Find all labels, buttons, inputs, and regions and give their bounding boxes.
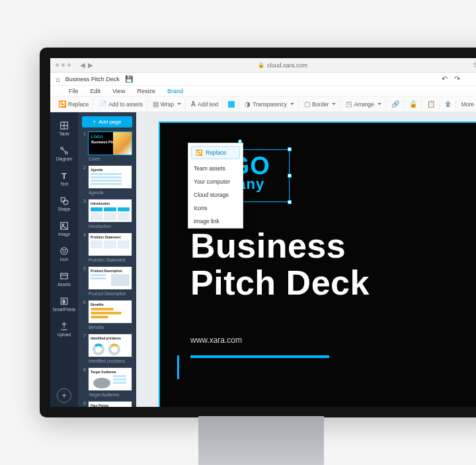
thumb-2[interactable]: Agenda (88, 165, 132, 189)
menubar: File Edit View Resize Brand (50, 86, 476, 96)
menu-view[interactable]: View (112, 88, 125, 94)
link-button[interactable]: 🔗 (387, 98, 404, 110)
add-to-assets-button[interactable]: 📄Add to assets (95, 98, 147, 110)
browser-url: cloud.xara.com (267, 62, 307, 69)
wrap-button[interactable]: ▤Wrap (149, 98, 186, 110)
accent-bar (177, 355, 179, 379)
svg-rect-13 (61, 273, 68, 278)
replace-opt-computer[interactable]: Your computer (188, 175, 243, 188)
replace-opt-link[interactable]: Image link (188, 215, 243, 228)
redo-icon[interactable]: ↷ (454, 75, 460, 83)
copy-button[interactable]: 📋 (423, 98, 440, 110)
rail-smartfields[interactable]: {}SmartFields (52, 292, 76, 316)
replace-popup-button[interactable]: 🔁 Replace (191, 146, 240, 159)
add-page-button[interactable]: +Add page (82, 116, 132, 127)
thumb-1[interactable]: LOGO Business Pitch Deck (88, 131, 132, 155)
replace-popup: 🔁 Replace Team assets Your computer Clou… (188, 143, 243, 229)
context-toolbar: 🔁Replace 📄Add to assets ▤Wrap AAdd text … (50, 96, 476, 112)
save-icon[interactable]: 💾 (125, 75, 133, 83)
rail-icon[interactable]: Icon (52, 242, 76, 266)
slide-url[interactable]: www.xara.com (190, 336, 242, 345)
home-icon[interactable]: ⌂ (56, 75, 60, 83)
undo-icon[interactable]: ↶ (442, 75, 448, 83)
menu-file[interactable]: File (69, 88, 79, 94)
delete-button[interactable]: 🗑 (441, 98, 456, 110)
canvas[interactable]: LOGO Company 🔁 Replace Team assets You (136, 112, 476, 407)
rail-diagram[interactable]: Diagram (52, 141, 76, 165)
replace-opt-cloud[interactable]: Cloud storage (188, 188, 243, 201)
rail-upload[interactable]: Upload (52, 317, 76, 341)
color-swatch[interactable] (224, 98, 239, 110)
thumb-4[interactable]: Problem Statement (88, 232, 132, 256)
accent-line (190, 355, 329, 358)
slide-title[interactable]: Business Pitch Deck (190, 227, 370, 301)
rail-assets[interactable]: Assets (52, 267, 76, 291)
slide[interactable]: LOGO Company 🔁 Replace Team assets You (159, 122, 476, 407)
menu-edit[interactable]: Edit (91, 88, 101, 94)
svg-point-7 (63, 199, 68, 204)
svg-point-12 (65, 249, 65, 250)
rail-shape[interactable]: Shape (52, 192, 76, 215)
replace-button[interactable]: 🔁Replace (54, 98, 93, 110)
browser-fwd-icon[interactable]: ▶ (88, 61, 93, 69)
thumb-9[interactable]: Pain Points (88, 401, 132, 407)
replace-opt-icons[interactable]: Icons (188, 201, 243, 215)
lock-button[interactable]: 🔓 (405, 98, 422, 110)
more-button[interactable]: More (457, 98, 476, 110)
replace-opt-team[interactable]: Team assets (188, 162, 243, 175)
svg-rect-6 (61, 197, 65, 201)
rail-image[interactable]: Image (52, 217, 76, 240)
monitor-stand (198, 416, 324, 465)
svg-line-5 (63, 149, 66, 152)
svg-point-10 (61, 247, 68, 254)
rail-table[interactable]: Table (52, 116, 76, 140)
rail-text[interactable]: TText (52, 166, 76, 190)
thumb-7[interactable]: Identified problems (88, 334, 132, 357)
thumb-5[interactable]: Product Description (88, 266, 132, 290)
thumb-8[interactable]: Target Audience (88, 367, 132, 391)
menu-resize[interactable]: Resize (137, 88, 155, 94)
thumb-6[interactable]: Benefits (88, 300, 132, 324)
add-text-button[interactable]: AAdd text (187, 98, 223, 110)
browser-chrome: ◀ ▶ 🔒 cloud.xara.com ⇪ + (50, 58, 476, 73)
tool-rail: Table Diagram TText Shape Image Icon Ass… (50, 112, 78, 407)
svg-text:{}: {} (63, 299, 65, 303)
rail-add-button[interactable]: + (57, 388, 71, 403)
page-thumbnails: +Add page 1 LOGO Business Pitch Deck Cov… (78, 112, 136, 407)
lock-icon: 🔒 (258, 62, 264, 68)
browser-back-icon[interactable]: ◀ (80, 61, 85, 69)
thumb-3[interactable]: Introduction (88, 199, 132, 223)
browser-share-icon[interactable]: ⇪ (472, 61, 476, 69)
document-title: Business Pitch Deck (65, 76, 120, 83)
menu-brand[interactable]: Brand (167, 88, 183, 94)
arrange-button[interactable]: ◳Arrange (342, 98, 385, 110)
svg-point-11 (63, 249, 63, 250)
border-button[interactable]: ▢Border (300, 98, 341, 110)
svg-point-9 (62, 224, 63, 225)
replace-icon: 🔁 (196, 149, 203, 156)
transparency-button[interactable]: ◑Transparency (241, 98, 299, 110)
